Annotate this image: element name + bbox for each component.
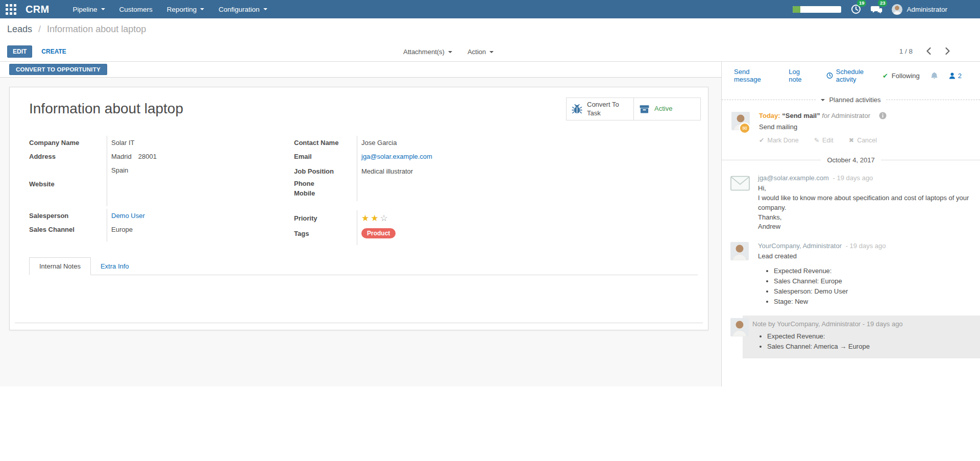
internal-notes-content[interactable]: [20, 275, 698, 323]
envelope-icon: [730, 176, 750, 191]
pager-previous-icon[interactable]: [926, 47, 932, 55]
priority-widget: ★ ★ ☆: [361, 214, 388, 223]
edit-activity-button[interactable]: ✎ Edit: [814, 136, 834, 144]
message-header: jga@solar.example.com - 19 days ago: [758, 174, 970, 182]
menu-pipeline[interactable]: Pipeline: [72, 6, 105, 13]
apps-menu-icon[interactable]: [6, 4, 16, 15]
menu-reporting[interactable]: Reporting: [167, 6, 205, 13]
tab-extra-info[interactable]: Extra Info: [91, 257, 139, 275]
message-avatar: [730, 242, 749, 307]
navbar-right: 19 23 Administrator: [793, 4, 980, 15]
schedule-activity-button[interactable]: Schedule activity: [826, 68, 883, 83]
lead-form-sheet: Convert To Task Active Information about…: [9, 87, 708, 330]
planned-activity-item: ✉ Today: “Send mail” for Administrator S…: [722, 104, 980, 144]
message-timestamp: - 19 days ago: [863, 320, 903, 328]
chatter-message-note: Note by YourCompany, Administrator - 19 …: [722, 316, 980, 358]
bell-icon[interactable]: [930, 71, 938, 80]
log-note-button[interactable]: Log note: [789, 68, 813, 83]
pencil-icon: ✎: [814, 136, 819, 144]
active-toggle-button[interactable]: Active: [633, 98, 700, 120]
planned-activities-progressbar[interactable]: [793, 6, 841, 13]
top-navbar: CRM Pipeline Customers Reporting Configu…: [0, 0, 980, 18]
caret-down-icon: [101, 8, 105, 10]
company-name-value[interactable]: Solar IT: [111, 139, 135, 147]
cancel-activity-button[interactable]: ✖ Cancel: [849, 136, 877, 144]
activity-actions: ✔ Mark Done ✎ Edit ✖ Cancel: [759, 136, 970, 144]
mobile-label: Mobile: [294, 189, 315, 197]
message-timestamp: - 19 days ago: [846, 242, 886, 250]
address-label: Address: [29, 153, 56, 160]
left-field-column: Company Name Address Website Solar IT Ma…: [29, 136, 294, 245]
contact-name-value[interactable]: Jose Garcia: [361, 139, 397, 147]
user-avatar: [730, 318, 749, 336]
breadcrumb-leads[interactable]: Leads: [7, 24, 32, 34]
message-author[interactable]: jga@solar.example.com: [758, 174, 829, 182]
notebook-tabs: Internal Notes Extra Info: [29, 257, 698, 275]
right-field-column: Contact Name Email Job Position Phone Mo…: [294, 136, 698, 245]
star-filled-icon[interactable]: ★: [361, 214, 369, 223]
activity-due: Today:: [759, 112, 780, 119]
message-author[interactable]: YourCompany, Administrator: [758, 242, 842, 250]
website-label: Website: [29, 180, 55, 188]
following-button[interactable]: ✔ Following: [883, 72, 920, 80]
user-avatar: [730, 242, 749, 260]
tab-internal-notes[interactable]: Internal Notes: [29, 257, 91, 275]
edit-button[interactable]: EDIT: [7, 45, 32, 58]
x-icon: ✖: [849, 136, 854, 144]
progressbar-fill: [793, 6, 800, 13]
phone-label: Phone: [294, 180, 314, 187]
activity-clock-button[interactable]: 19: [850, 4, 862, 15]
menu-customers[interactable]: Customers: [119, 6, 153, 13]
salesperson-value[interactable]: Demo User: [111, 212, 145, 220]
star-empty-icon[interactable]: ☆: [380, 214, 388, 223]
pager-next-icon[interactable]: [945, 47, 950, 55]
user-avatar: [892, 4, 902, 15]
breadcrumb-separator: /: [38, 24, 41, 34]
job-position-label: Job Position: [294, 167, 334, 175]
user-menu[interactable]: Administrator: [892, 4, 947, 15]
message-author[interactable]: Note by YourCompany, Administrator: [752, 320, 861, 328]
job-position-value[interactable]: Medical illustrator: [361, 167, 413, 175]
messages-button[interactable]: 23: [871, 4, 883, 15]
chatter-panel: Send message Log note Schedule activity …: [721, 62, 980, 386]
sales-channel-value[interactable]: Europe: [111, 226, 133, 233]
message-header: Note by YourCompany, Administrator - 19 …: [752, 320, 972, 328]
convert-to-task-button[interactable]: Convert To Task: [567, 98, 633, 120]
record-buttons: EDIT CREATE: [7, 45, 66, 58]
email-label: Email: [294, 153, 312, 160]
send-message-button[interactable]: Send message: [734, 68, 775, 83]
mark-done-button[interactable]: ✔ Mark Done: [759, 136, 799, 144]
address-city-value[interactable]: Madrid: [111, 153, 132, 160]
app-brand[interactable]: CRM: [26, 4, 49, 15]
message-count-badge: 23: [878, 0, 888, 7]
address-country-value[interactable]: Spain: [111, 166, 128, 174]
user-name: Administrator: [906, 6, 947, 13]
bug-icon: [572, 104, 582, 114]
message-body: Lead created: [758, 252, 970, 261]
priority-label: Priority: [294, 214, 317, 222]
attachments-dropdown[interactable]: Attachment(s): [403, 48, 452, 56]
followers-button[interactable]: 2: [949, 72, 962, 80]
contact-name-label: Contact Name: [294, 139, 338, 147]
salesperson-label: Salesperson: [29, 212, 68, 220]
followers-count: 2: [958, 72, 962, 80]
check-icon: ✔: [883, 72, 888, 80]
create-button[interactable]: CREATE: [41, 48, 66, 55]
note-body: Note by YourCompany, Administrator - 19 …: [743, 316, 980, 358]
address-zip-value[interactable]: 28001: [138, 153, 157, 160]
form-view-background: Convert To Task Active Information about…: [0, 78, 721, 386]
email-value[interactable]: jga@solar.example.com: [361, 153, 432, 160]
message-body: Hi, I would like to know more about spec…: [758, 184, 970, 232]
date-divider: October 4, 2017: [722, 156, 980, 164]
planned-activities-toggle[interactable]: Planned activities: [722, 96, 980, 104]
info-icon[interactable]: [879, 112, 887, 119]
tag-product[interactable]: Product: [361, 228, 396, 239]
star-filled-icon[interactable]: ★: [371, 214, 378, 223]
convert-to-opportunity-button[interactable]: CONVERT TO OPPORTUNITY: [9, 64, 107, 75]
record-dropdowns: Attachment(s) Action: [403, 48, 494, 56]
sheet-divider: [15, 323, 703, 323]
record-pager: 1 / 8: [899, 47, 950, 55]
action-dropdown[interactable]: Action: [468, 48, 494, 56]
menu-configuration[interactable]: Configuration: [218, 6, 267, 13]
breadcrumb: Leads / Information about laptop: [7, 24, 146, 35]
